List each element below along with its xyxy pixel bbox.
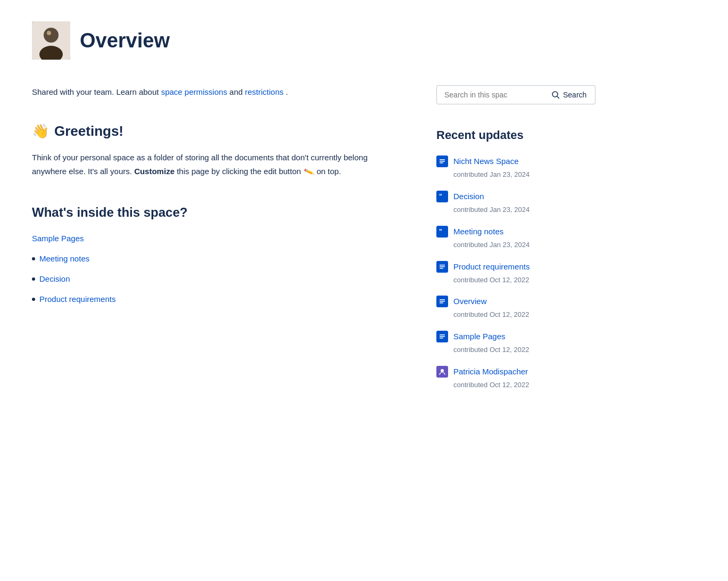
greeting-emoji: 👋 — [32, 120, 49, 143]
update-link-sample-pages[interactable]: Sample Pages — [453, 330, 506, 343]
quote-icon: " — [436, 226, 448, 238]
greeting-body: Think of your personal space as a folder… — [32, 151, 394, 179]
svg-line-5 — [557, 96, 559, 99]
update-item: Sample Pages contributed Oct 12, 2022 — [436, 330, 617, 356]
update-item-header: " Decision — [436, 190, 617, 203]
intro-text-mid: and — [229, 87, 245, 96]
bullet-icon — [32, 277, 35, 281]
update-item-header: Nicht News Space — [436, 155, 617, 168]
svg-text:": " — [439, 193, 442, 200]
update-meta: contributed Oct 12, 2022 — [436, 345, 617, 356]
recent-updates-section: Recent updates Nicht News Space — [436, 126, 617, 391]
pencil-icon: ✏️ — [302, 164, 315, 179]
svg-point-3 — [47, 31, 51, 35]
avatar-image — [32, 21, 70, 60]
right-column: Search Recent updates — [436, 85, 617, 400]
avatar — [32, 21, 70, 60]
doc-icon — [436, 261, 448, 273]
doc-icon — [436, 156, 448, 167]
update-link-overview[interactable]: Overview — [453, 295, 487, 308]
svg-rect-18 — [440, 336, 445, 337]
update-link-meeting-notes[interactable]: Meeting notes — [453, 225, 503, 238]
update-link-product-requirements[interactable]: Product requirements — [453, 260, 530, 273]
svg-rect-11 — [440, 265, 445, 266]
list-item: Meeting notes — [32, 252, 394, 265]
update-link-decision[interactable]: Decision — [453, 190, 484, 203]
search-button-label: Search — [563, 91, 586, 99]
svg-rect-13 — [440, 268, 443, 269]
search-icon — [551, 91, 560, 99]
svg-rect-19 — [440, 338, 443, 339]
bullet-icon — [32, 298, 35, 301]
page-title: Overview — [80, 24, 170, 57]
update-item: Overview contributed Oct 12, 2022 — [436, 295, 617, 321]
page-list: Meeting notes Decision Product requireme… — [32, 252, 394, 306]
page-link-decision[interactable]: Decision — [39, 273, 70, 285]
update-item: Product requirements contributed Oct 12,… — [436, 260, 617, 286]
svg-rect-14 — [440, 299, 445, 300]
list-item: Product requirements — [32, 293, 394, 306]
update-item-header: Sample Pages — [436, 330, 617, 343]
update-item: " Decision contributed Jan 23, 2024 — [436, 190, 617, 216]
update-item-header: Overview — [436, 295, 617, 308]
svg-rect-6 — [440, 159, 445, 160]
bullet-icon — [32, 257, 35, 260]
update-meta: contributed Oct 12, 2022 — [436, 380, 617, 391]
update-link-patricia[interactable]: Patricia Modispacher — [453, 365, 528, 378]
svg-rect-7 — [440, 161, 445, 162]
whats-inside-section: What's inside this space? Sample Pages M… — [32, 202, 394, 306]
intro-text-after: . — [286, 87, 288, 96]
search-button[interactable]: Search — [543, 85, 595, 104]
search-bar: Search — [436, 85, 617, 104]
update-item-header: Patricia Modispacher — [436, 365, 617, 378]
update-item: " Meeting notes contributed Jan 23, 2024 — [436, 225, 617, 251]
svg-point-1 — [44, 28, 59, 43]
update-meta: contributed Jan 23, 2024 — [436, 204, 617, 216]
page-link-meeting-notes[interactable]: Meeting notes — [39, 252, 89, 265]
main-content: Shared with your team. Learn about space… — [32, 85, 696, 400]
restrictions-link[interactable]: restrictions — [245, 87, 284, 96]
greeting-title: 👋 Greetings! — [32, 120, 394, 143]
update-item-header: Product requirements — [436, 260, 617, 273]
update-meta: contributed Jan 23, 2024 — [436, 169, 617, 181]
left-column: Shared with your team. Learn about space… — [32, 85, 394, 400]
svg-rect-17 — [440, 334, 445, 335]
update-link-nicht-news[interactable]: Nicht News Space — [453, 155, 519, 168]
doc-icon — [436, 296, 448, 307]
doc-icon — [436, 331, 448, 342]
sample-pages-link[interactable]: Sample Pages — [32, 232, 394, 245]
person-icon — [436, 366, 448, 378]
update-meta: contributed Oct 12, 2022 — [436, 309, 617, 321]
svg-point-20 — [441, 369, 444, 372]
whats-inside-heading: What's inside this space? — [32, 202, 394, 223]
update-item: Nicht News Space contributed Jan 23, 202… — [436, 155, 617, 181]
update-item-header: " Meeting notes — [436, 225, 617, 238]
list-item: Decision — [32, 273, 394, 285]
svg-rect-12 — [440, 266, 445, 267]
update-meta: contributed Jan 23, 2024 — [436, 240, 617, 251]
svg-rect-15 — [440, 301, 445, 302]
recent-updates-title: Recent updates — [436, 126, 617, 144]
greeting-title-text: Greetings! — [54, 120, 123, 143]
svg-rect-16 — [440, 302, 443, 304]
svg-text:": " — [439, 228, 442, 235]
svg-rect-8 — [440, 162, 443, 163]
search-input[interactable] — [436, 85, 543, 104]
page-link-product-requirements[interactable]: Product requirements — [39, 293, 115, 306]
page-header: Overview — [32, 21, 696, 60]
space-permissions-link[interactable]: space permissions — [161, 87, 227, 96]
greeting-body-bold: Customize — [134, 167, 175, 176]
intro-text-before: Shared with your team. Learn about — [32, 87, 161, 96]
greeting-section: 👋 Greetings! Think of your personal spac… — [32, 120, 394, 179]
update-meta: contributed Oct 12, 2022 — [436, 275, 617, 286]
update-item: Patricia Modispacher contributed Oct 12,… — [436, 365, 617, 391]
greeting-body-end: on top. — [315, 167, 341, 176]
intro-text: Shared with your team. Learn about space… — [32, 85, 394, 99]
greeting-body-after: this page by clicking the edit button — [175, 167, 301, 176]
quote-icon: " — [436, 191, 448, 202]
